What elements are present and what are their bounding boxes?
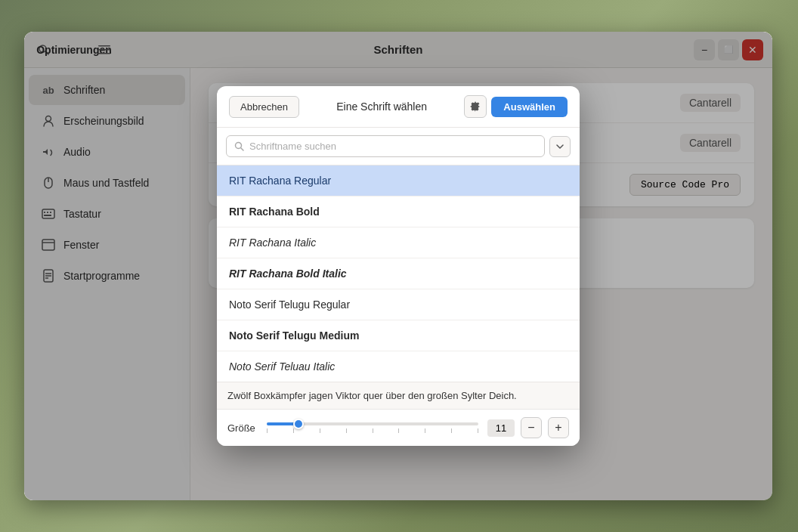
settings-gear-button[interactable] <box>464 95 487 118</box>
font-item-rit-rachana-bold-italic[interactable]: RIT Rachana Bold Italic <box>217 258 580 289</box>
search-input[interactable] <box>249 141 537 152</box>
dropdown-arrow-button[interactable] <box>549 136 571 157</box>
dialog-header-left: Abbrechen <box>229 96 299 118</box>
search-row <box>217 128 580 165</box>
size-slider[interactable] <box>267 422 478 425</box>
font-item-noto-serif-telugu-regular[interactable]: Noto Serif Telugu Regular <box>217 289 580 320</box>
font-item-label: RIT Rachana Regular <box>229 175 331 187</box>
font-item-rit-rachana-italic[interactable]: RIT Rachana Italic <box>217 227 580 258</box>
font-item-label: RIT Rachana Bold Italic <box>229 268 347 280</box>
font-item-label: RIT Rachana Bold <box>229 206 320 218</box>
tick <box>267 428 268 433</box>
font-item-label: Noto Serif Telugu Regular <box>229 298 350 311</box>
search-input-wrap <box>226 135 545 157</box>
dialog-header: Abbrechen Eine Schrift wählen Auswählen <box>217 86 580 128</box>
font-item-label: Noto Serif Telugu Medium <box>229 329 359 342</box>
size-decrease-button[interactable]: − <box>521 417 542 438</box>
font-item-label: RIT Rachana Italic <box>229 237 316 249</box>
font-item-label: Noto Serif Teluau Italic <box>229 360 335 373</box>
tick <box>398 428 399 433</box>
font-picker-dialog: Abbrechen Eine Schrift wählen Auswählen <box>217 86 580 446</box>
size-row: Größe <box>217 410 580 446</box>
search-icon <box>234 141 245 152</box>
tick <box>425 428 425 433</box>
font-item-noto-serif-teluau-italic[interactable]: Noto Serif Teluau Italic <box>217 351 580 382</box>
svg-line-20 <box>241 147 244 150</box>
font-list: RIT Rachana Regular RIT Rachana Bold RIT… <box>217 165 580 382</box>
tick <box>320 428 320 433</box>
tick <box>451 428 452 433</box>
cancel-button[interactable]: Abbrechen <box>229 96 299 118</box>
main-window: Optimierungen Schriften − ⬜ ✕ ab Schrift… <box>24 32 772 500</box>
size-slider-container <box>264 422 481 433</box>
size-slider-thumb[interactable] <box>293 419 304 429</box>
size-value: 11 <box>487 419 515 437</box>
size-label: Größe <box>227 422 258 434</box>
tick <box>478 428 478 433</box>
preview-text: Zwölf Boxkämpfer jagen Viktor quer über … <box>227 390 517 401</box>
dialog-title: Eine Schrift wählen <box>336 101 427 113</box>
font-item-rit-rachana-regular[interactable]: RIT Rachana Regular <box>217 165 580 196</box>
tick <box>293 428 294 433</box>
tick <box>373 428 373 433</box>
font-item-rit-rachana-bold[interactable]: RIT Rachana Bold <box>217 196 580 227</box>
font-item-noto-serif-telugu-medium[interactable]: Noto Serif Telugu Medium <box>217 320 580 351</box>
size-increase-button[interactable]: + <box>548 417 569 438</box>
modal-overlay: Abbrechen Eine Schrift wählen Auswählen <box>24 32 772 500</box>
font-preview-bar: Zwölf Boxkämpfer jagen Viktor quer über … <box>217 382 580 410</box>
tick <box>346 428 347 433</box>
select-font-button[interactable]: Auswählen <box>491 97 568 117</box>
